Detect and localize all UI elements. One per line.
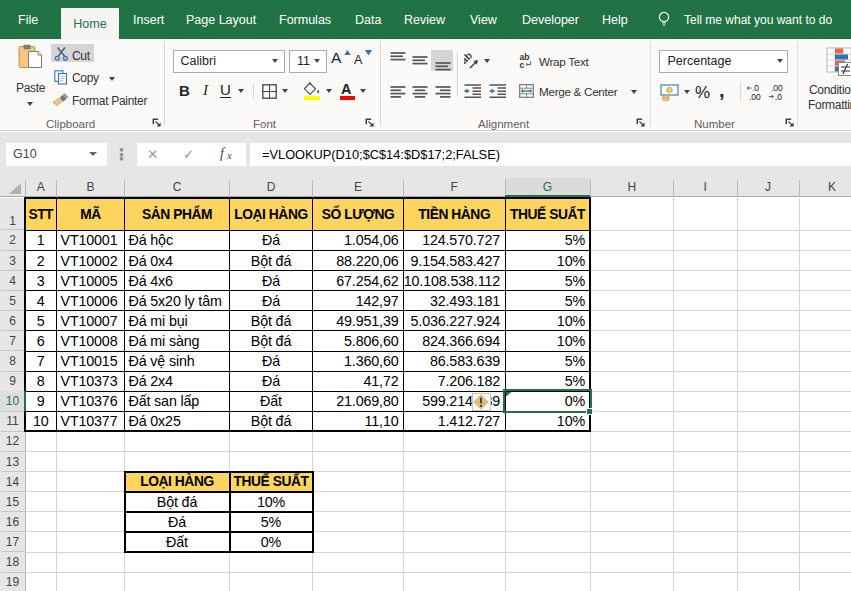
svg-text:c: c xyxy=(520,60,525,69)
svg-text:ab: ab xyxy=(464,52,474,66)
svg-text:.0: .0 xyxy=(775,92,782,101)
svg-text:.00: .00 xyxy=(749,92,761,101)
